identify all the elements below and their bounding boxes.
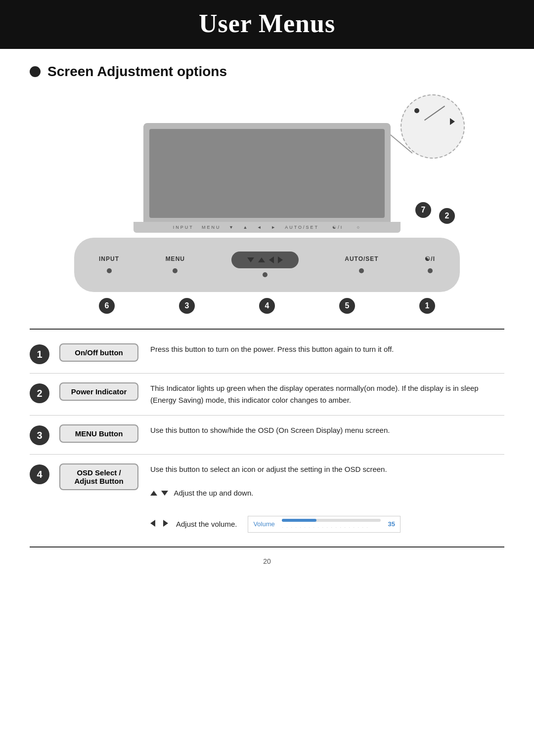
desc-text-onoff: Press this button to turn on the power. … — [150, 343, 504, 355]
section-title-row: Screen Adjustment options — [30, 64, 504, 80]
control-panel-area: Input Menu — [30, 238, 504, 314]
callout-6: 6 — [99, 298, 115, 314]
monitor-screen — [149, 129, 385, 218]
power-button-group: ☯/I — [425, 255, 435, 273]
monitor-illustration: INPUT MENU ▼ ▲ ◄ ► AUTO/SET ☯/I ○ 7 2 — [30, 94, 504, 233]
zoom-circle — [400, 94, 465, 159]
dpad-oval[interactable] — [231, 252, 299, 268]
control-panel: Input Menu — [74, 238, 460, 292]
input-button-group: Input — [99, 255, 119, 273]
tri-left-icon-vol — [150, 518, 155, 530]
volume-bar-widget: Volume · · · · · · · · · · · · · · · · ·… — [248, 516, 400, 533]
input-label: Input — [99, 255, 119, 262]
tri-up-icon — [150, 491, 157, 496]
menu-label: Menu — [166, 255, 185, 262]
page-number-text: 20 — [263, 557, 271, 565]
volume-indicator: Adjust the volume. Volume · · · · · · · … — [150, 516, 504, 533]
autoset-label: Auto/Set — [345, 255, 378, 262]
callout-4: 4 — [259, 298, 275, 314]
volume-adj-label: Adjust the volume. — [176, 518, 237, 530]
monitor-frame — [143, 123, 391, 222]
osd-main-desc: Use this button to select an icon or adj… — [150, 465, 387, 473]
power-label: ☯/I — [425, 255, 435, 262]
callout-5: 5 — [339, 298, 355, 314]
volume-bar-fill — [282, 519, 316, 522]
section-dot-icon — [30, 66, 41, 77]
desc-label-menu: MENU Button — [59, 424, 138, 443]
desc-row-3: 3 MENU Button Use this button to show/hi… — [30, 416, 504, 455]
tri-down-icon — [161, 491, 168, 496]
page-title: User Menus — [199, 9, 335, 38]
top-divider — [30, 329, 504, 330]
dpad-cluster — [231, 252, 299, 277]
dpad-up-icon — [258, 257, 265, 262]
monitor-wrapper: INPUT MENU ▼ ▲ ◄ ► AUTO/SET ☯/I ○ — [134, 123, 400, 233]
description-section: 1 On/Off button Press this button to tur… — [30, 335, 504, 542]
volume-label: Volume — [253, 519, 278, 530]
callout-7: 7 — [415, 202, 431, 218]
dpad-right-icon — [278, 256, 283, 263]
desc-num-2: 2 — [30, 383, 49, 403]
bottom-divider — [30, 546, 504, 547]
desc-label-osd: OSD Select /Adjust Button — [59, 463, 138, 490]
desc-label-power: Power Indicator — [59, 382, 138, 401]
desc-row-4: 4 OSD Select /Adjust Button Use this but… — [30, 455, 504, 542]
desc-num-4: 4 — [30, 464, 49, 484]
desc-num-1: 1 — [30, 344, 49, 364]
menu-dot[interactable] — [173, 268, 178, 273]
desc-label-osd-text: OSD Select /Adjust Button — [74, 468, 123, 485]
desc-row-2: 2 Power Indicator This Indicator lights … — [30, 374, 504, 416]
dpad-down-icon — [247, 257, 254, 262]
panel-callout-row: 6 3 4 5 1 — [74, 294, 460, 314]
dpad-left-icon — [269, 256, 274, 263]
dpad-dot[interactable] — [263, 272, 267, 277]
desc-text-menu: Use this button to show/hide the OSD (On… — [150, 424, 504, 436]
osd-extra-desc: Adjust the up and down. — [150, 489, 253, 497]
autoset-dot[interactable] — [359, 268, 364, 273]
control-buttons-row: Input Menu — [99, 252, 435, 277]
desc-text-power: This Indicator lights up green when the … — [150, 382, 504, 406]
autoset-button-group: Auto/Set — [345, 255, 378, 273]
callout-2: 2 — [439, 208, 455, 224]
desc-text-osd: Use this button to select an icon or adj… — [150, 463, 504, 533]
tri-right-icon-vol — [163, 518, 168, 530]
desc-num-3: 3 — [30, 425, 49, 445]
desc-row-1: 1 On/Off button Press this button to tur… — [30, 335, 504, 374]
page-number: 20 — [0, 557, 534, 565]
led-dot-icon — [414, 108, 419, 113]
power-dot[interactable] — [428, 268, 433, 273]
input-dot[interactable] — [107, 268, 112, 273]
desc-label-onoff: On/Off button — [59, 343, 138, 362]
volume-dots: · · · · · · · · · · · · · · · · · · · · — [282, 524, 369, 531]
page-header: User Menus — [0, 0, 534, 49]
menu-button-group: Menu — [166, 255, 185, 273]
section-title: Screen Adjustment options — [47, 64, 227, 80]
monitor-bottom-bar: INPUT MENU ▼ ▲ ◄ ► AUTO/SET ☯/I ○ — [134, 222, 400, 233]
callout-1: 1 — [419, 298, 435, 314]
callout-3: 3 — [179, 298, 195, 314]
volume-number: 35 — [388, 519, 395, 530]
arrow-right-icon — [450, 118, 455, 125]
volume-bar-track — [282, 519, 381, 522]
